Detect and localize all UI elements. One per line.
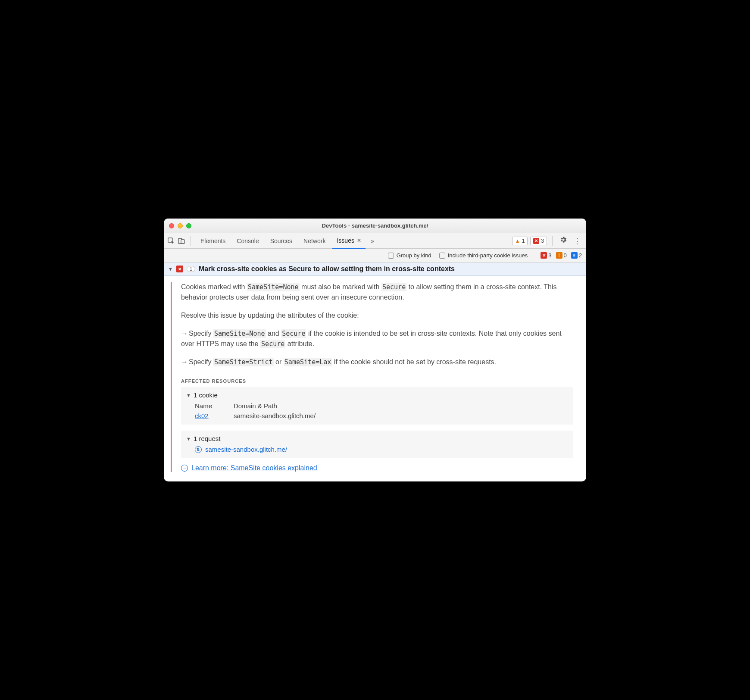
- devtools-tabbar: Elements Console Sources Network Issues …: [164, 233, 586, 249]
- tab-network[interactable]: Network: [299, 233, 330, 249]
- cookies-toggle[interactable]: ▼ 1 cookie: [186, 391, 568, 399]
- issue-title: Mark cross-site cookies as Secure to all…: [199, 265, 455, 273]
- tab-issues[interactable]: Issues ✕: [332, 233, 365, 249]
- issue-body: Cookies marked with SameSite=None must a…: [164, 276, 586, 481]
- learn-more-row: → Learn more: SameSite cookies explained: [181, 464, 573, 472]
- cookie-name-link[interactable]: ck02: [195, 412, 209, 419]
- learn-more-link[interactable]: Learn more: SameSite cookies explained: [191, 464, 317, 472]
- error-count[interactable]: ✕3: [541, 252, 551, 259]
- close-tab-icon[interactable]: ✕: [357, 237, 361, 244]
- errors-badge[interactable]: ✕ 3: [530, 237, 547, 245]
- more-options-icon[interactable]: ⋮: [572, 236, 583, 246]
- col-domain: Domain & Path: [234, 402, 568, 409]
- close-icon[interactable]: [169, 223, 174, 228]
- issue-description: Cookies marked with SameSite=None must a…: [181, 282, 573, 303]
- warning-count[interactable]: !0: [556, 252, 567, 259]
- topbar-badges: ▲ 1 ✕ 3: [512, 237, 547, 245]
- chevron-down-icon: ▼: [186, 436, 191, 441]
- more-tabs-icon[interactable]: »: [368, 237, 377, 244]
- requests-toggle[interactable]: ▼ 1 request: [186, 435, 568, 442]
- inspect-icon[interactable]: [167, 237, 175, 245]
- info-count[interactable]: ≡2: [571, 252, 582, 259]
- chevron-down-icon: ▼: [186, 393, 191, 398]
- include-third-party-checkbox[interactable]: Include third-party cookie issues: [439, 252, 528, 259]
- issue-bullet-2: →Specify SameSite=Strict or SameSite=Lax…: [181, 357, 573, 367]
- issue-header-row[interactable]: ▼ ✕ 1 Mark cross-site cookies as Secure …: [164, 262, 586, 276]
- warning-icon: ▲: [515, 238, 520, 244]
- error-icon: ✕: [176, 266, 183, 272]
- settings-icon[interactable]: [558, 236, 569, 246]
- request-link[interactable]: samesite-sandbox.glitch.me/: [205, 446, 287, 453]
- tab-console[interactable]: Console: [232, 233, 263, 249]
- group-by-kind-checkbox[interactable]: Group by kind: [388, 252, 431, 259]
- tab-sources[interactable]: Sources: [266, 233, 297, 249]
- open-link-icon: →: [181, 465, 188, 472]
- affected-resources-heading: AFFECTED RESOURCES: [181, 378, 573, 384]
- traffic-lights: [169, 223, 191, 228]
- issue-count-badge: 1: [187, 266, 195, 272]
- cookie-domain: samesite-sandbox.glitch.me/: [234, 412, 568, 419]
- cookies-table: Name Domain & Path ck02 samesite-sandbox…: [186, 402, 568, 419]
- affected-requests-box: ▼ 1 request ⇅ samesite-sandbox.glitch.me…: [181, 431, 573, 458]
- tab-elements[interactable]: Elements: [196, 233, 230, 249]
- severity-marker: [171, 282, 172, 472]
- col-name: Name: [195, 402, 234, 409]
- affected-cookies-box: ▼ 1 cookie Name Domain & Path ck02 sames…: [181, 387, 573, 425]
- svg-rect-2: [181, 240, 184, 244]
- device-toolbar-icon[interactable]: [178, 237, 185, 245]
- warning-icon: !: [556, 252, 562, 259]
- issue-bullet-1: →Specify SameSite=None and Secure if the…: [181, 328, 573, 349]
- info-icon: ≡: [571, 252, 578, 259]
- chevron-down-icon: ▼: [168, 266, 173, 272]
- window-title: DevTools - samesite-sandbox.glitch.me/: [164, 222, 586, 229]
- error-icon: ✕: [541, 252, 547, 259]
- warnings-badge[interactable]: ▲ 1: [512, 237, 528, 245]
- error-icon: ✕: [533, 238, 539, 244]
- zoom-icon[interactable]: [186, 223, 191, 228]
- minimize-icon[interactable]: [178, 223, 183, 228]
- issue-resolve-intro: Resolve this issue by updating the attri…: [181, 310, 573, 321]
- filter-bar: Group by kind Include third-party cookie…: [164, 249, 586, 262]
- request-icon: ⇅: [195, 446, 202, 453]
- titlebar: DevTools - samesite-sandbox.glitch.me/: [164, 219, 586, 233]
- devtools-window: DevTools - samesite-sandbox.glitch.me/ E…: [164, 219, 586, 481]
